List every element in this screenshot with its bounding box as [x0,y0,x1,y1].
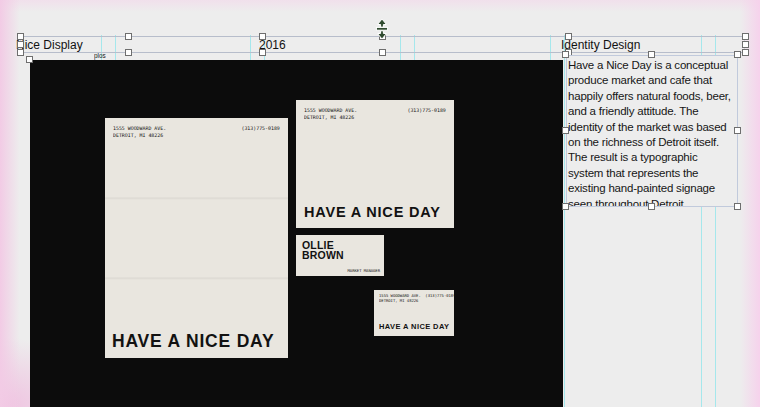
description-line: Have a Nice Day is a conceptual [568,58,737,73]
business-card-role: MARKET MANAGER [348,269,380,273]
card-phone: (313)775-0189 [408,108,446,114]
letterhead-address: 1555 WOODWARD AVE.DETROIT, MI 48226 [113,126,166,139]
selection-handle[interactable] [734,127,741,134]
letterhead-headline: HAVE A NICE DAY [112,331,274,352]
description-line: on the richness of Detroit itself. [568,135,737,150]
selection-handle[interactable] [648,203,655,210]
description-line: identity of the market was based [568,120,737,135]
selection-handle[interactable] [259,33,266,40]
selection-handle[interactable] [125,49,132,56]
description-paragraph: Have a Nice Day is a conceptual produce … [568,58,737,207]
business-card-mockup: OLLIEBROWN MARKET MANAGER [296,235,384,276]
selection-handle[interactable] [734,51,741,58]
selection-handle[interactable] [565,33,572,40]
pasteboard: Nice Display 2016 Identity Design plos 1… [0,0,760,407]
card-address: 1555 WOODWARD AVE.DETROIT, MI 48226 [304,108,357,121]
selection-handle[interactable] [648,51,655,58]
selection-handle[interactable] [17,33,24,40]
selection-handle[interactable] [17,49,24,56]
business-card-name: OLLIEBROWN [302,240,344,260]
selection-handle[interactable] [742,49,749,56]
selection-handle[interactable] [562,51,569,58]
selection-handle[interactable] [26,56,33,63]
card-mockup: 1555 WOODWARD AVE.DETROIT, MI 48226 (313… [296,100,454,228]
selection-handle[interactable] [379,49,386,56]
move-cursor-icon [373,18,391,40]
selection-handle[interactable] [562,127,569,134]
description-line: happily offers natural foods, beer, [568,89,737,104]
column-guide[interactable] [564,35,565,407]
selection-handle[interactable] [125,33,132,40]
selection-handle[interactable] [259,49,266,56]
selection-handle[interactable] [562,203,569,210]
artwork-image-frame[interactable]: 1555 WOODWARD AVE.DETROIT, MI 48226 (313… [30,60,563,407]
selection-handle[interactable] [742,33,749,40]
tiny-caption: plos [94,52,106,59]
description-text-frame[interactable]: Have a Nice Day is a conceptual produce … [566,55,738,207]
description-line: system that represents the [568,166,737,181]
mini-card-address: 1555 WOODWARD AVE. (313)775-0189DETROIT,… [379,294,456,304]
mini-card-mockup: 1555 WOODWARD AVE. (313)775-0189DETROIT,… [374,290,454,336]
label-category: Identity Design [561,38,640,52]
description-line: The result is a typographic [568,150,737,165]
selection-handle[interactable] [17,41,24,48]
selection-handle[interactable] [734,203,741,210]
letterhead-phone: (313)775-0189 [242,126,280,132]
description-line: and a friendly attitude. The [568,104,737,119]
description-line: existing hand-painted signage [568,181,737,196]
letterhead-mockup: 1555 WOODWARD AVE.DETROIT, MI 48226 (313… [105,118,288,358]
selection-handle[interactable] [742,41,749,48]
description-line: produce market and cafe that [568,73,737,88]
card-headline: HAVE A NICE DAY [304,204,441,220]
mini-card-headline: HAVE A NICE DAY [379,322,449,331]
label-project-title: Nice Display [16,38,83,52]
